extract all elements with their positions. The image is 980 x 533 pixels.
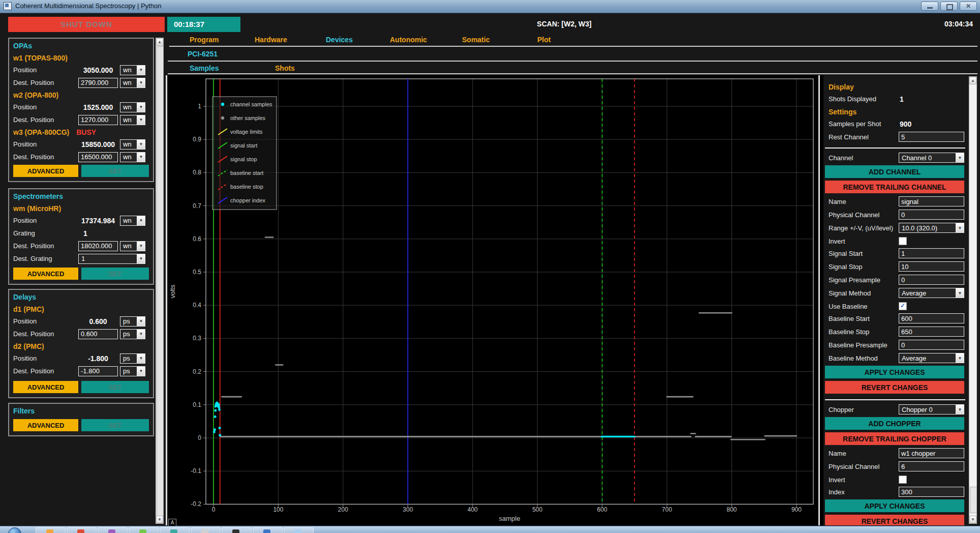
restore-button[interactable]	[940, 2, 958, 11]
tab-devices[interactable]: Devices	[326, 36, 353, 44]
device-tab-pci-6251[interactable]: PCI-6251	[188, 50, 218, 58]
taskbar-app-icon[interactable]	[36, 527, 66, 533]
name-input[interactable]	[899, 196, 964, 206]
chevron-down-icon: ▼	[137, 66, 145, 75]
taskbar-app-icon[interactable]	[67, 527, 97, 533]
signal-stop-input[interactable]	[899, 261, 964, 272]
taskbar-app-icon[interactable]	[191, 527, 221, 533]
dest-position-unit-select[interactable]: wn▼	[120, 241, 145, 251]
taskbar-app-icon[interactable]	[253, 527, 283, 533]
revert-changes-button[interactable]: REVERT CHANGES	[825, 381, 964, 394]
add-chopper-button[interactable]: ADD CHOPPER	[825, 417, 964, 430]
left-scrollbar[interactable]: ▲ ▼	[156, 38, 164, 524]
name-input[interactable]	[899, 448, 964, 458]
index-input[interactable]	[899, 487, 964, 497]
channel-select[interactable]: Channel 0▼	[899, 153, 964, 163]
set-button[interactable]: SET	[81, 381, 149, 393]
y-tick-label: 0	[198, 434, 201, 441]
baseline-presample-input[interactable]	[899, 340, 964, 350]
taskbar-app-icon[interactable]	[129, 527, 159, 533]
minimize-button[interactable]	[921, 2, 938, 11]
right-scrollbar[interactable]: ▲ ▼	[969, 76, 977, 524]
dest-position-unit-select[interactable]: wn▼	[120, 115, 145, 125]
position-unit-select[interactable]: wn▼	[120, 102, 145, 112]
dest-position-input[interactable]	[78, 152, 118, 162]
advanced-button[interactable]: ADVANCED	[13, 381, 78, 393]
samples-plot[interactable]: 010020030040050060070080090010.90.80.70.…	[168, 75, 823, 525]
tab-autonomic[interactable]: Autonomic	[390, 36, 427, 44]
splitter[interactable]	[818, 75, 820, 525]
signal-presample-row: Signal Presample	[825, 274, 969, 286]
baseline-method-select[interactable]: Average▼	[899, 353, 964, 363]
physical-channel-input[interactable]	[899, 461, 964, 471]
splitter[interactable]	[166, 75, 167, 525]
app-icon	[77, 529, 84, 533]
separator	[825, 399, 965, 400]
position-unit-select[interactable]: wn▼	[120, 139, 145, 150]
samples-per-shot-row: Samples per Shot900	[825, 118, 969, 130]
dest-position-input[interactable]	[78, 241, 118, 251]
sub-tab-shots[interactable]: Shots	[275, 64, 295, 72]
taskbar-app-icon[interactable]	[160, 527, 190, 533]
position-unit-select[interactable]: ps▼	[120, 316, 145, 327]
dest-position-input[interactable]	[78, 366, 118, 376]
close-button[interactable]: ✕	[960, 2, 977, 11]
position-unit-select[interactable]: ps▼	[120, 353, 145, 364]
shutdown-button[interactable]: SHUT DOWN	[8, 17, 165, 32]
dest-position-unit-select[interactable]: wn▼	[120, 152, 145, 162]
dest-position-unit-select[interactable]: ps▼	[120, 366, 145, 376]
tab-hardware[interactable]: Hardware	[255, 36, 287, 44]
advanced-button[interactable]: ADVANCED	[13, 419, 78, 431]
plot-widget[interactable]: 010020030040050060070080090010.90.80.70.…	[168, 75, 823, 525]
apply-changes-button[interactable]: APPLY CHANGES	[825, 366, 964, 378]
position-unit-select[interactable]: wn▼	[120, 216, 145, 226]
dest-position-input[interactable]	[78, 78, 118, 88]
use-baseline-checkbox[interactable]: ✓	[899, 302, 907, 310]
baseline-stop-row: Baseline Stop	[825, 326, 969, 338]
rest-channel-input[interactable]	[899, 132, 964, 142]
baseline-method-select-value: Average	[899, 354, 956, 362]
dest-position-input[interactable]	[78, 329, 118, 339]
runtime-timer: 00:18:37	[167, 17, 240, 32]
dest-position-unit-select[interactable]: wn▼	[120, 78, 145, 88]
range-v-uv-level-select[interactable]: 10.0 (320.0)▼	[899, 223, 964, 233]
remove-trailing-chopper-button[interactable]: REMOVE TRAILING CHOPPER	[825, 432, 964, 445]
daq-settings-panel: DisplayShots Displayed1SettingsSamples p…	[825, 75, 969, 525]
chopper-select[interactable]: Chopper 0▼	[899, 404, 964, 414]
tab-program[interactable]: Program	[190, 36, 219, 44]
dest-grating-select[interactable]: 1▼	[78, 254, 145, 264]
taskbar-app-icon[interactable]	[98, 527, 128, 533]
position-unit-select[interactable]: wn▼	[120, 65, 145, 75]
group-opas: OPAsw1 (TOPAS-800)Position3050.000wn▼Des…	[8, 38, 154, 182]
taskbar-app-icon[interactable]	[222, 527, 252, 533]
set-button[interactable]: SET	[81, 165, 149, 177]
set-button[interactable]: SET	[81, 419, 149, 431]
invert-checkbox[interactable]	[899, 237, 907, 245]
tab-somatic[interactable]: Somatic	[462, 36, 489, 44]
set-button[interactable]: SET	[81, 268, 149, 280]
baseline-stop-input[interactable]	[899, 327, 964, 337]
revert-changes-button[interactable]: REVERT CHANGES	[825, 515, 964, 525]
grating-value: 1	[78, 229, 123, 238]
invert-checkbox[interactable]	[899, 476, 907, 484]
signal-start-input[interactable]	[899, 248, 964, 258]
dest-position-unit-select[interactable]: ps▼	[120, 329, 145, 339]
add-chopper-row: ADD CHOPPER	[825, 417, 969, 429]
signal-method-select[interactable]: Average▼	[899, 288, 964, 298]
taskbar-app-icon[interactable]	[284, 527, 314, 533]
invert-row: Invert	[825, 235, 969, 248]
tab-plot[interactable]: Plot	[537, 36, 550, 44]
apply-changes-button[interactable]: APPLY CHANGES	[825, 499, 964, 512]
remove-trailing-channel-button[interactable]: REMOVE TRAILING CHANNEL	[825, 181, 964, 193]
start-button[interactable]	[8, 527, 21, 533]
advanced-button[interactable]: ADVANCED	[13, 165, 78, 177]
dest-position-input[interactable]	[78, 115, 118, 125]
signal-presample-input[interactable]	[899, 275, 964, 285]
advanced-button[interactable]: ADVANCED	[13, 268, 78, 280]
field-label: Shots Displayed	[829, 95, 876, 103]
add-channel-button[interactable]: ADD CHANNEL	[825, 165, 964, 178]
baseline-start-input[interactable]	[899, 313, 964, 323]
sub-tab-samples[interactable]: Samples	[190, 64, 219, 72]
physical-channel-input[interactable]	[899, 210, 964, 220]
position-unit-select-value: wn	[120, 140, 137, 148]
